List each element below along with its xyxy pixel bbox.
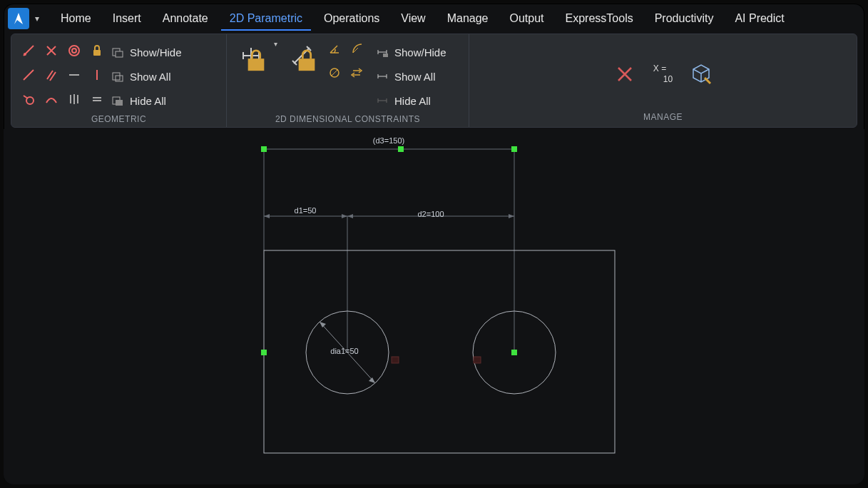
- parallel-icon[interactable]: [43, 66, 60, 83]
- ribbon: Show/Hide Show All Hide All GEOMETRIC: [11, 34, 857, 128]
- dim-showhide-button[interactable]: Show/Hide: [374, 41, 446, 63]
- dim-hideall-label: Hide All: [394, 95, 431, 107]
- dim-showhide-label: Show/Hide: [394, 46, 446, 59]
- menu-productivity[interactable]: Productivity: [646, 6, 723, 31]
- dim-hideall-button[interactable]: Hide All: [374, 90, 446, 111]
- app-logo[interactable]: [8, 8, 29, 29]
- geo-showhide-label: Show/Hide: [130, 46, 182, 59]
- dim-showall-button[interactable]: Show All: [374, 66, 446, 87]
- drawing-rectangle[interactable]: [264, 250, 615, 453]
- svg-marker-22: [347, 214, 353, 218]
- svg-rect-6: [116, 51, 123, 57]
- equal-icon[interactable]: [88, 91, 106, 108]
- grip[interactable]: [398, 146, 404, 152]
- dim-show-hide-icon: [374, 44, 390, 60]
- smooth-icon[interactable]: [43, 91, 60, 108]
- show-hide-icon: [110, 44, 126, 60]
- panel-dimensional: ▾ Show/Hide: [227, 34, 469, 127]
- menu-view[interactable]: View: [392, 6, 434, 31]
- linear-constraint-icon[interactable]: [235, 40, 267, 71]
- linear-dropdown-icon[interactable]: ▾: [274, 40, 277, 48]
- svg-rect-10: [116, 100, 123, 106]
- svg-rect-8: [116, 76, 123, 81]
- svg-rect-14: [383, 54, 388, 57]
- svg-rect-11: [248, 59, 265, 71]
- vertical-icon[interactable]: [88, 66, 106, 83]
- menu-expresstools[interactable]: ExpressTools: [557, 6, 642, 31]
- dim-show-all-icon: [374, 68, 390, 84]
- hide-all-icon: [110, 93, 126, 108]
- symmetric-icon[interactable]: [66, 91, 83, 108]
- menu-manage[interactable]: Manage: [439, 6, 497, 31]
- diameter-constraint-icon[interactable]: [326, 64, 343, 81]
- svg-rect-3: [93, 50, 101, 56]
- menu-insert[interactable]: Insert: [104, 6, 150, 31]
- dim-hide-all-icon: [374, 93, 390, 108]
- grip[interactable]: [511, 146, 517, 152]
- convert-constraint-icon[interactable]: [349, 64, 366, 81]
- geo-showhide-button[interactable]: Show/Hide: [110, 41, 182, 63]
- horizontal-icon[interactable]: [66, 66, 83, 83]
- dim-d2-label[interactable]: d2=100: [417, 210, 444, 218]
- menu-home[interactable]: Home: [52, 6, 100, 31]
- constraint-marker-2[interactable]: [474, 357, 481, 363]
- angular-constraint-icon[interactable]: [326, 40, 343, 57]
- panel-geometric-title: GEOMETRIC: [20, 111, 218, 125]
- dim-showall-label: Show All: [394, 71, 436, 83]
- menu-operations[interactable]: Operations: [315, 6, 388, 31]
- design-constraint-icon[interactable]: [685, 59, 717, 90]
- collinear-icon[interactable]: [20, 66, 37, 83]
- dim-d3-label[interactable]: (d3=150): [373, 136, 404, 145]
- app-menu-chevron-icon[interactable]: ▾: [35, 14, 39, 24]
- svg-rect-12: [299, 59, 315, 71]
- grip[interactable]: [261, 146, 267, 152]
- svg-marker-21: [342, 214, 347, 218]
- svg-marker-20: [264, 214, 270, 218]
- show-all-icon: [110, 68, 126, 84]
- param-value: 10: [653, 74, 673, 84]
- svg-point-1: [69, 46, 79, 56]
- perpendicular-icon[interactable]: [43, 42, 60, 59]
- delete-constraints-icon[interactable]: [609, 59, 640, 90]
- menu-annotate[interactable]: Annotate: [154, 6, 217, 31]
- radius-constraint-icon[interactable]: [349, 40, 366, 57]
- menu-ai-predict[interactable]: AI Predict: [726, 6, 792, 31]
- svg-rect-7: [113, 73, 120, 80]
- geo-hideall-button[interactable]: Hide All: [110, 90, 182, 111]
- concentric-icon[interactable]: [66, 42, 83, 59]
- aligned-constraint-icon[interactable]: [286, 40, 317, 71]
- menu-2d-parametric[interactable]: 2D Parametric: [221, 6, 311, 31]
- tangent-icon[interactable]: [20, 91, 37, 108]
- svg-point-0: [24, 53, 26, 56]
- fix-lock-icon[interactable]: [88, 42, 106, 59]
- grip[interactable]: [261, 350, 267, 355]
- grip[interactable]: [511, 350, 517, 355]
- dim-dia1-label[interactable]: dia1=50: [330, 347, 358, 355]
- svg-point-2: [72, 49, 76, 53]
- coincident-icon[interactable]: [20, 42, 37, 59]
- panel-manage: X = 10 MANAGE: [469, 34, 857, 127]
- geo-showall-button[interactable]: Show All: [110, 66, 182, 87]
- constraint-marker-1[interactable]: [392, 357, 399, 363]
- geo-showall-label: Show All: [130, 71, 171, 83]
- dim-d1-label[interactable]: d1=50: [295, 206, 317, 215]
- svg-marker-26: [369, 377, 375, 383]
- panel-geometric: Show/Hide Show All Hide All GEOMETRIC: [11, 34, 227, 127]
- panel-dimensional-title: 2D DIMENSIONAL CONSTRAINTS: [235, 111, 460, 125]
- menu-output[interactable]: Output: [501, 6, 553, 31]
- panel-manage-title: MANAGE: [478, 109, 848, 123]
- drawing-canvas[interactable]: (d3=150) d1=50 d2=100 dia1=50: [4, 129, 864, 484]
- geo-hideall-label: Hide All: [130, 95, 166, 107]
- menubar: ▾ Home Insert Annotate 2D Parametric Ope…: [4, 4, 864, 34]
- param-label: X =: [653, 63, 666, 73]
- svg-marker-25: [320, 322, 326, 327]
- svg-marker-23: [509, 214, 514, 218]
